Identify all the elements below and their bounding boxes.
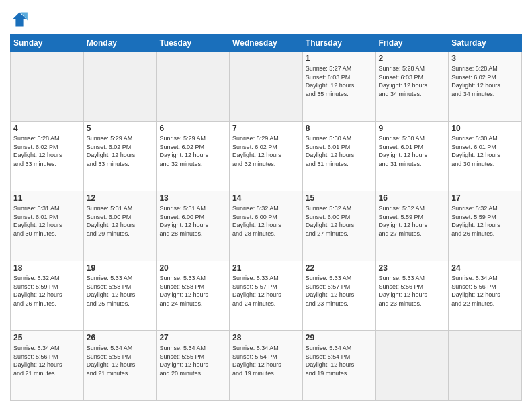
day-info: Sunrise: 5:34 AM Sunset: 5:56 PM Dayligh… xyxy=(451,274,519,308)
day-number: 13 xyxy=(159,193,226,203)
day-number: 20 xyxy=(159,263,226,273)
weekday-wednesday: Wednesday xyxy=(230,35,303,52)
day-info: Sunrise: 5:33 AM Sunset: 5:57 PM Dayligh… xyxy=(306,274,373,308)
day-info: Sunrise: 5:28 AM Sunset: 6:03 PM Dayligh… xyxy=(379,64,446,98)
day-info: Sunrise: 5:31 AM Sunset: 6:01 PM Dayligh… xyxy=(13,204,81,238)
day-number: 14 xyxy=(232,193,300,203)
day-info: Sunrise: 5:32 AM Sunset: 5:59 PM Dayligh… xyxy=(379,204,446,238)
week-row-5: 25Sunrise: 5:34 AM Sunset: 5:56 PM Dayli… xyxy=(11,331,522,401)
calendar-cell: 2Sunrise: 5:28 AM Sunset: 6:03 PM Daylig… xyxy=(375,52,449,122)
day-info: Sunrise: 5:30 AM Sunset: 6:01 PM Dayligh… xyxy=(451,134,519,168)
day-number: 12 xyxy=(87,193,154,203)
day-number: 19 xyxy=(87,263,154,273)
day-info: Sunrise: 5:29 AM Sunset: 6:02 PM Dayligh… xyxy=(159,134,226,168)
day-number: 17 xyxy=(451,193,519,203)
calendar-cell: 24Sunrise: 5:34 AM Sunset: 5:56 PM Dayli… xyxy=(449,261,522,331)
logo-icon xyxy=(10,10,29,29)
day-number: 15 xyxy=(306,193,373,203)
calendar-cell: 7Sunrise: 5:29 AM Sunset: 6:02 PM Daylig… xyxy=(230,122,303,191)
calendar-cell: 10Sunrise: 5:30 AM Sunset: 6:01 PM Dayli… xyxy=(449,122,522,191)
calendar-cell: 14Sunrise: 5:32 AM Sunset: 6:00 PM Dayli… xyxy=(230,191,303,261)
calendar-table: SundayMondayTuesdayWednesdayThursdayFrid… xyxy=(10,34,522,401)
calendar-cell: 6Sunrise: 5:29 AM Sunset: 6:02 PM Daylig… xyxy=(157,122,230,191)
day-number: 3 xyxy=(451,54,519,63)
week-row-3: 11Sunrise: 5:31 AM Sunset: 6:01 PM Dayli… xyxy=(11,191,522,261)
calendar-cell: 27Sunrise: 5:34 AM Sunset: 5:55 PM Dayli… xyxy=(157,331,230,401)
calendar-cell: 4Sunrise: 5:28 AM Sunset: 6:02 PM Daylig… xyxy=(11,122,84,191)
calendar-cell: 26Sunrise: 5:34 AM Sunset: 5:55 PM Dayli… xyxy=(83,331,157,401)
weekday-thursday: Thursday xyxy=(302,35,375,52)
day-info: Sunrise: 5:28 AM Sunset: 6:02 PM Dayligh… xyxy=(451,64,519,98)
calendar-cell: 25Sunrise: 5:34 AM Sunset: 5:56 PM Dayli… xyxy=(11,331,84,401)
weekday-friday: Friday xyxy=(375,35,449,52)
day-info: Sunrise: 5:33 AM Sunset: 5:58 PM Dayligh… xyxy=(159,274,226,308)
day-info: Sunrise: 5:34 AM Sunset: 5:54 PM Dayligh… xyxy=(306,344,373,377)
day-number: 26 xyxy=(87,333,154,342)
day-number: 9 xyxy=(379,124,446,133)
day-number: 11 xyxy=(13,193,81,203)
calendar-cell: 16Sunrise: 5:32 AM Sunset: 5:59 PM Dayli… xyxy=(375,191,449,261)
calendar-cell: 8Sunrise: 5:30 AM Sunset: 6:01 PM Daylig… xyxy=(302,122,375,191)
day-number: 10 xyxy=(451,124,519,133)
calendar-cell: 20Sunrise: 5:33 AM Sunset: 5:58 PM Dayli… xyxy=(157,261,230,331)
day-info: Sunrise: 5:34 AM Sunset: 5:55 PM Dayligh… xyxy=(87,344,154,377)
day-number: 8 xyxy=(306,124,373,133)
day-info: Sunrise: 5:29 AM Sunset: 6:02 PM Dayligh… xyxy=(232,134,300,168)
day-info: Sunrise: 5:29 AM Sunset: 6:02 PM Dayligh… xyxy=(87,134,154,168)
day-number: 18 xyxy=(13,263,81,273)
calendar-cell: 12Sunrise: 5:31 AM Sunset: 6:00 PM Dayli… xyxy=(83,191,157,261)
day-info: Sunrise: 5:27 AM Sunset: 6:03 PM Dayligh… xyxy=(306,64,373,98)
calendar-cell: 3Sunrise: 5:28 AM Sunset: 6:02 PM Daylig… xyxy=(449,52,522,122)
calendar-cell: 29Sunrise: 5:34 AM Sunset: 5:54 PM Dayli… xyxy=(302,331,375,401)
day-info: Sunrise: 5:31 AM Sunset: 6:00 PM Dayligh… xyxy=(87,204,154,238)
calendar-cell: 23Sunrise: 5:33 AM Sunset: 5:56 PM Dayli… xyxy=(375,261,449,331)
calendar-cell xyxy=(230,52,303,122)
day-info: Sunrise: 5:28 AM Sunset: 6:02 PM Dayligh… xyxy=(13,134,81,168)
day-info: Sunrise: 5:33 AM Sunset: 5:56 PM Dayligh… xyxy=(379,274,446,308)
day-info: Sunrise: 5:31 AM Sunset: 6:00 PM Dayligh… xyxy=(159,204,226,238)
weekday-saturday: Saturday xyxy=(449,35,522,52)
weekday-tuesday: Tuesday xyxy=(157,35,230,52)
calendar-cell: 19Sunrise: 5:33 AM Sunset: 5:58 PM Dayli… xyxy=(83,261,157,331)
day-number: 29 xyxy=(306,333,373,342)
calendar-cell xyxy=(11,52,84,122)
calendar-cell: 18Sunrise: 5:32 AM Sunset: 5:59 PM Dayli… xyxy=(11,261,84,331)
day-number: 21 xyxy=(232,263,300,273)
week-row-1: 1Sunrise: 5:27 AM Sunset: 6:03 PM Daylig… xyxy=(11,52,522,122)
day-number: 23 xyxy=(379,263,446,273)
header xyxy=(10,10,522,29)
weekday-header-row: SundayMondayTuesdayWednesdayThursdayFrid… xyxy=(11,35,522,52)
page: SundayMondayTuesdayWednesdayThursdayFrid… xyxy=(0,0,532,411)
day-number: 24 xyxy=(451,263,519,273)
calendar-cell: 17Sunrise: 5:32 AM Sunset: 5:59 PM Dayli… xyxy=(449,191,522,261)
day-info: Sunrise: 5:30 AM Sunset: 6:01 PM Dayligh… xyxy=(306,134,373,168)
day-number: 16 xyxy=(379,193,446,203)
calendar-cell xyxy=(375,331,449,401)
day-number: 4 xyxy=(13,124,81,133)
week-row-4: 18Sunrise: 5:32 AM Sunset: 5:59 PM Dayli… xyxy=(11,261,522,331)
calendar-cell: 9Sunrise: 5:30 AM Sunset: 6:01 PM Daylig… xyxy=(375,122,449,191)
calendar-cell xyxy=(157,52,230,122)
calendar-cell: 28Sunrise: 5:34 AM Sunset: 5:54 PM Dayli… xyxy=(230,331,303,401)
day-info: Sunrise: 5:33 AM Sunset: 5:57 PM Dayligh… xyxy=(232,274,300,308)
day-number: 6 xyxy=(159,124,226,133)
day-number: 7 xyxy=(232,124,300,133)
day-info: Sunrise: 5:32 AM Sunset: 6:00 PM Dayligh… xyxy=(306,204,373,238)
week-row-2: 4Sunrise: 5:28 AM Sunset: 6:02 PM Daylig… xyxy=(11,122,522,191)
day-info: Sunrise: 5:34 AM Sunset: 5:54 PM Dayligh… xyxy=(232,344,300,377)
day-number: 1 xyxy=(306,54,373,63)
calendar-cell: 5Sunrise: 5:29 AM Sunset: 6:02 PM Daylig… xyxy=(83,122,157,191)
calendar-cell: 11Sunrise: 5:31 AM Sunset: 6:01 PM Dayli… xyxy=(11,191,84,261)
calendar-cell: 21Sunrise: 5:33 AM Sunset: 5:57 PM Dayli… xyxy=(230,261,303,331)
weekday-monday: Monday xyxy=(83,35,157,52)
day-info: Sunrise: 5:33 AM Sunset: 5:58 PM Dayligh… xyxy=(87,274,154,308)
day-number: 28 xyxy=(232,333,300,342)
weekday-sunday: Sunday xyxy=(11,35,84,52)
day-number: 27 xyxy=(159,333,226,342)
day-info: Sunrise: 5:34 AM Sunset: 5:56 PM Dayligh… xyxy=(13,344,81,377)
day-number: 2 xyxy=(379,54,446,63)
calendar-cell: 15Sunrise: 5:32 AM Sunset: 6:00 PM Dayli… xyxy=(302,191,375,261)
calendar-cell: 13Sunrise: 5:31 AM Sunset: 6:00 PM Dayli… xyxy=(157,191,230,261)
logo xyxy=(10,10,32,29)
day-number: 25 xyxy=(13,333,81,342)
